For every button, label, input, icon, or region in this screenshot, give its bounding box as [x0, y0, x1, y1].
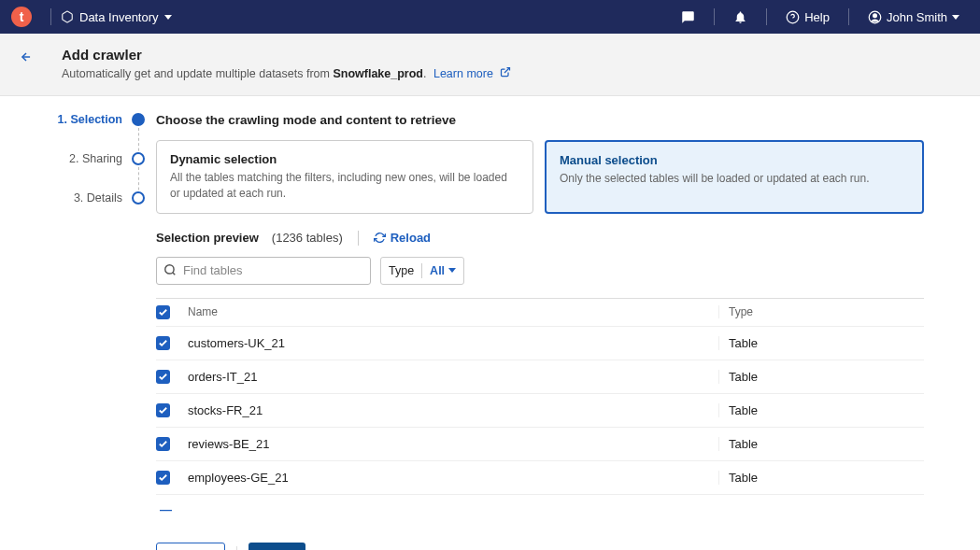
user-name: John Smith [887, 10, 947, 24]
svg-line-7 [173, 272, 176, 275]
nav-data-inventory[interactable]: Data Inventory [61, 10, 172, 24]
type-filter[interactable]: Type All [380, 257, 464, 285]
row-type: Table [718, 370, 924, 384]
back-button[interactable] [17, 50, 36, 63]
col-header-type: Type [718, 305, 924, 318]
col-header-name: Name [184, 305, 718, 318]
user-menu[interactable]: John Smith [859, 0, 969, 34]
reload-button[interactable]: Reload [374, 231, 431, 245]
table-row: employees-GE_21Table [156, 461, 924, 495]
filter-row: Type All [156, 257, 924, 285]
table-row: stocks-FR_21Table [156, 394, 924, 428]
learn-more-link[interactable]: Learn more [433, 67, 511, 80]
row-name: reviews-BE_21 [184, 437, 718, 451]
tables-list: Name Type customers-UK_21Tableorders-IT_… [156, 298, 924, 524]
topbar: t Data Inventory Help John Smith [0, 0, 980, 34]
section-title: Choose the crawling mode and content to … [156, 113, 924, 127]
separator [236, 546, 237, 550]
chevron-down-icon [952, 15, 959, 20]
step-selection[interactable]: 1. Selection [0, 113, 145, 126]
step-sharing[interactable]: 2. Sharing [0, 152, 145, 165]
table-row: orders-IT_21Table [156, 360, 924, 394]
separator [358, 231, 359, 246]
card-manual-selection[interactable]: Manual selection Only the selected table… [545, 140, 924, 214]
page-subtitle: Automatically get and update multiple da… [62, 66, 980, 80]
loading-indicator: — [156, 495, 924, 524]
main: 1. Selection 2. Sharing 3. Details Choos… [0, 96, 980, 550]
row-type: Table [718, 471, 924, 485]
separator [766, 8, 767, 25]
chevron-down-icon [164, 15, 172, 20]
table-row: customers-UK_21Table [156, 327, 924, 360]
row-checkbox[interactable] [156, 437, 170, 451]
top-actions: Help John Smith [672, 0, 969, 34]
card-dynamic-selection[interactable]: Dynamic selection All the tables matchin… [156, 140, 533, 214]
search-icon [163, 263, 177, 276]
nav-label-text: Data Inventory [79, 10, 159, 24]
search-input[interactable] [156, 257, 371, 285]
notifications-button[interactable] [724, 0, 757, 34]
messages-button[interactable] [672, 0, 704, 34]
separator [714, 8, 715, 25]
step-dot-icon [132, 113, 145, 126]
content: Choose the crawling mode and content to … [156, 113, 980, 550]
preview-count: (1236 tables) [272, 231, 343, 245]
svg-point-6 [165, 264, 174, 273]
step-details[interactable]: 3. Details [0, 191, 145, 204]
table-header: Name Type [156, 299, 924, 327]
row-name: stocks-FR_21 [184, 403, 718, 417]
row-type: Table [718, 336, 924, 350]
step-dot-icon [132, 152, 145, 165]
chevron-down-icon [448, 268, 456, 273]
preview-header: Selection preview (1236 tables) Reload [156, 231, 924, 246]
search-wrap [156, 257, 371, 285]
external-link-icon [500, 67, 511, 80]
separator [50, 8, 51, 25]
row-checkbox[interactable] [156, 471, 170, 485]
next-button[interactable]: Next [249, 543, 305, 550]
user-icon [868, 10, 882, 24]
table-row: reviews-BE_21Table [156, 428, 924, 461]
row-type: Table [718, 437, 924, 451]
row-checkbox[interactable] [156, 370, 170, 384]
steps-nav: 1. Selection 2. Sharing 3. Details [0, 113, 156, 550]
page-title: Add crawler [62, 47, 980, 63]
app-logo[interactable]: t [11, 7, 32, 27]
page-header: Add crawler Automatically get and update… [0, 34, 980, 96]
mode-cards: Dynamic selection All the tables matchin… [156, 140, 924, 214]
help-button[interactable]: Help [776, 0, 839, 34]
row-name: customers-UK_21 [184, 336, 718, 350]
footer-actions: Cancel Next [156, 543, 924, 550]
separator [421, 263, 422, 278]
svg-point-3 [873, 13, 877, 17]
row-checkbox[interactable] [156, 336, 170, 350]
svg-line-5 [504, 68, 510, 74]
step-dot-icon [132, 191, 145, 204]
separator [848, 8, 849, 25]
bell-icon [733, 10, 747, 24]
reload-icon [374, 232, 386, 244]
help-icon [786, 10, 800, 24]
data-inventory-icon [61, 10, 74, 23]
select-all-checkbox[interactable] [156, 305, 170, 319]
preview-label: Selection preview [156, 231, 259, 245]
row-name: orders-IT_21 [184, 370, 718, 384]
help-text: Help [804, 10, 830, 24]
row-type: Table [718, 403, 924, 417]
cancel-button[interactable]: Cancel [156, 543, 225, 550]
row-checkbox[interactable] [156, 403, 170, 417]
chat-icon [681, 10, 695, 24]
arrow-left-icon [17, 50, 36, 63]
row-name: employees-GE_21 [184, 471, 718, 485]
